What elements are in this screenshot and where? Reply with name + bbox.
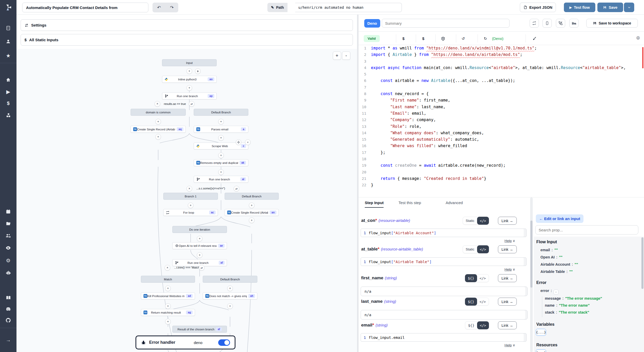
add-step-button[interactable]: + — [187, 85, 192, 91]
prop-row-error[interactable]: error:- — [540, 289, 558, 295]
sync-icon[interactable] — [530, 19, 539, 28]
swap-branch-button[interactable]: ⇄ — [234, 186, 239, 191]
variables-object-button[interactable]: {...} — [536, 329, 546, 336]
at-con-help-link[interactable]: Help ∨ — [505, 239, 515, 243]
toggle-template[interactable]: ${} — [465, 322, 477, 329]
summary-input[interactable] — [382, 19, 510, 28]
favorites-star-icon[interactable]: ★ — [0, 51, 16, 60]
remove-branch-button[interactable]: × — [155, 101, 160, 107]
groups-users-gear-icon[interactable] — [0, 231, 16, 240]
prop-row-airtable-table[interactable]: Airtable Table:"" — [540, 270, 573, 274]
brush-icon[interactable] — [532, 35, 536, 42]
flow-node-removes-empty-duplicates[interactable]: TS Removes empty and duplicates ak — [194, 159, 248, 166]
user-icon[interactable] — [0, 37, 16, 46]
variables-dollar-icon[interactable]: $ — [0, 99, 16, 108]
windmill-logo-icon[interactable] — [0, 2, 16, 13]
test-flow-button[interactable]: ▶ Test flow — [564, 3, 595, 12]
delete-step-button[interactable]: × — [245, 139, 251, 145]
path-input[interactable] — [295, 3, 402, 12]
path-chip[interactable]: ✎ Path — [267, 3, 287, 12]
flow-title-input[interactable] — [22, 3, 148, 12]
resources-cubes-icon[interactable] — [0, 111, 16, 120]
eye-icon[interactable]: ◎ — [636, 35, 640, 40]
collapse-arrow-icon[interactable]: → — [0, 336, 16, 344]
add-step-button[interactable]: + — [218, 153, 224, 158]
tab-test-this-step[interactable]: Test this step — [399, 200, 421, 205]
flow-node-branch-1[interactable]: Branch 1 — [163, 193, 218, 200]
toggle-static[interactable]: Static — [463, 246, 477, 253]
move-step-crosshair-button[interactable] — [236, 139, 241, 145]
add-step-button[interactable]: + — [165, 319, 171, 324]
swap-branch-button[interactable]: ⇄ — [199, 265, 205, 271]
search-prop-input[interactable] — [535, 225, 638, 234]
redo-button[interactable]: ↷ — [165, 3, 178, 12]
toggle-code[interactable]: </> — [477, 217, 489, 225]
toggle-static[interactable]: Static — [463, 217, 477, 224]
flow-node-create-single-record-an[interactable]: TS Create Single Record (Airtable) an — [225, 209, 279, 216]
flow-node-run-one-branch-2[interactable]: Run one branch al — [194, 176, 248, 183]
at-table-expression[interactable]: 1flow_input["Airtable Table"] — [361, 257, 527, 266]
add-step-button[interactable]: + — [165, 303, 171, 309]
dollar-icon[interactable]: $ — [422, 35, 424, 42]
at-con-link-button[interactable]: Link → — [498, 217, 517, 225]
remove-branch-button[interactable]: × — [165, 265, 170, 271]
add-step-button[interactable]: + — [188, 203, 193, 208]
toggle-code[interactable]: </> — [477, 245, 489, 253]
flow-canvas[interactable]: + - Input + Inline python3 ao + Run one … — [16, 49, 357, 352]
collapse-button[interactable]: - — [554, 290, 558, 295]
workers-robot-icon[interactable] — [0, 268, 16, 277]
mobile-icon[interactable] — [543, 19, 552, 28]
flow-node-result-chosen-branch[interactable]: Result of the chosen branch af — [172, 326, 227, 333]
at-con-expression[interactable]: 1flow_input["Airtable Account"] — [361, 229, 527, 237]
flow-node-run-one-branch-1[interactable]: Run one branch ap — [162, 93, 217, 99]
edit-or-link-input-button[interactable]: ← Edit or link an input — [536, 214, 583, 223]
toggle-code[interactable]: </> — [477, 321, 489, 329]
home-icon[interactable] — [0, 76, 16, 84]
at-table-link-button[interactable]: Link → — [498, 245, 517, 253]
flow-node-domain-is-common[interactable]: domain is common — [131, 109, 186, 116]
flow-node-default-branch-3[interactable]: Default Branch — [203, 276, 257, 283]
all-static-inputs-bar[interactable]: $ All Static Inputs — [21, 34, 353, 46]
remove-branch-button[interactable]: × — [187, 186, 192, 191]
settings-gear-icon[interactable]: ⚙ — [0, 256, 16, 265]
prop-row-error-name[interactable]: name:"The error name" — [545, 303, 602, 307]
prop-row-email[interactable]: email:"" — [540, 248, 558, 252]
flow-settings-bar[interactable]: Settings — [21, 19, 353, 31]
github-icon[interactable] — [0, 316, 16, 325]
email-expression[interactable]: 1flow_input.email — [361, 333, 527, 342]
bed-icon[interactable] — [569, 19, 579, 28]
flow-node-run-one-branch-3[interactable]: Run one branch af — [172, 259, 227, 266]
error-handler-toggle[interactable] — [218, 339, 230, 346]
last-name-link-button[interactable]: Link → — [498, 298, 517, 306]
error-handler-node[interactable]: Error handler deno — [135, 336, 235, 349]
email-link-button[interactable]: Link → — [498, 321, 517, 329]
folders-icon[interactable] — [0, 219, 16, 228]
flow-node-create-single-record-aq[interactable]: TS Create Single Record (Airtable) aq — [131, 126, 186, 133]
trigger-bolt-icon[interactable] — [195, 68, 201, 74]
add-step-button[interactable]: + — [249, 217, 255, 223]
export-json-button[interactable]: Export JSON — [520, 3, 556, 12]
flow-node-return-matching-result[interactable]: TS Return matching result ag — [141, 309, 195, 316]
prop-row-error-message[interactable]: message:"The error message" — [545, 296, 602, 300]
flow-node-match[interactable]: Match — [141, 276, 195, 283]
runs-play-icon[interactable]: ▶ — [0, 87, 16, 96]
step-panel-scrollbar[interactable] — [530, 197, 533, 352]
last-name-value[interactable]: n/a — [361, 310, 528, 320]
flow-node-for-loop[interactable]: For loop ac — [163, 209, 218, 216]
undo-icon[interactable]: ↺ — [462, 35, 465, 42]
tab-advanced[interactable]: Advanced — [446, 200, 463, 205]
add-step-button[interactable]: + — [187, 68, 192, 74]
toggle-template[interactable]: ${} — [465, 274, 477, 282]
add-step-button[interactable]: + — [218, 169, 224, 175]
package-icon[interactable] — [441, 35, 445, 42]
docs-book-icon[interactable] — [0, 293, 16, 302]
flow-node-do-one-iteration[interactable]: Do one iteration — [172, 226, 227, 233]
save-to-workspace-button[interactable]: Save to workspace — [586, 19, 638, 28]
add-step-button[interactable]: + — [197, 236, 202, 241]
at-table-help-link[interactable]: Help ∨ — [505, 267, 515, 271]
add-step-button[interactable]: + — [155, 134, 161, 140]
resources-object-button[interactable]: {...} — [536, 349, 546, 352]
flow-node-input[interactable]: Input — [162, 59, 217, 66]
flow-node-openai-relevant[interactable]: Open AI to tell if relevant result ae — [172, 242, 227, 249]
add-step-button[interactable]: + — [218, 135, 224, 141]
